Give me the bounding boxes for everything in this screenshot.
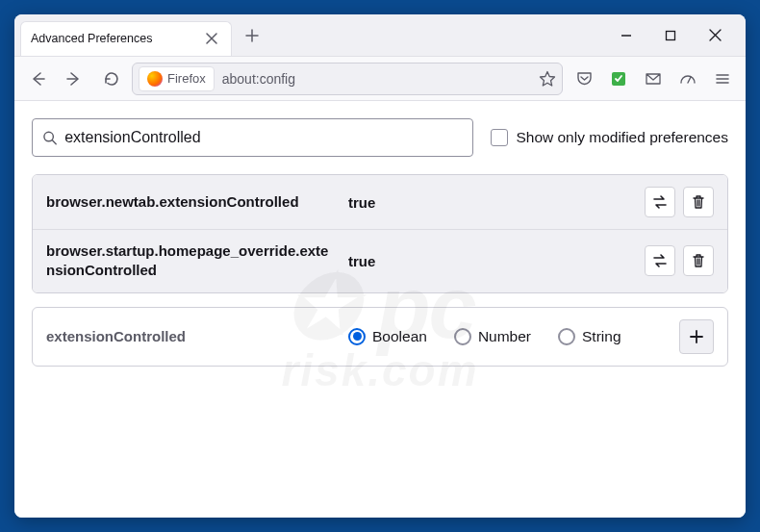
star-icon	[539, 70, 556, 88]
nav-toolbar: Firefox about:config	[14, 57, 746, 101]
app-menu-button[interactable]	[711, 67, 734, 90]
radio-label: String	[582, 328, 621, 345]
search-icon	[42, 130, 57, 145]
toggle-icon	[651, 193, 669, 211]
plus-icon	[245, 29, 259, 42]
bookmark-star-button[interactable]	[539, 70, 556, 88]
delete-button[interactable]	[683, 187, 714, 217]
hamburger-icon	[715, 71, 730, 87]
window-maximize-button[interactable]	[657, 22, 684, 49]
url-text: about:config	[222, 71, 531, 87]
plus-icon	[689, 329, 704, 344]
pocket-icon	[576, 70, 593, 87]
firefox-icon	[147, 71, 163, 87]
search-row: Show only modified preferences	[32, 118, 728, 157]
show-modified-toggle[interactable]: Show only modified preferences	[491, 129, 728, 146]
radio-icon	[558, 328, 575, 345]
radio-selected-icon	[348, 328, 366, 345]
preferences-list: browser.newtab.extensionControlled true …	[32, 174, 728, 293]
search-input[interactable]	[64, 129, 463, 146]
add-button[interactable]	[679, 319, 714, 354]
pref-row: browser.startup.homepage_override.extens…	[33, 230, 727, 292]
close-icon	[206, 33, 217, 44]
account-button[interactable]	[642, 67, 665, 90]
toggle-icon	[651, 252, 669, 269]
mail-icon	[645, 70, 662, 88]
type-radio-group: Boolean Number String	[348, 328, 666, 345]
minimize-icon	[621, 30, 632, 41]
reload-icon	[103, 70, 119, 87]
pref-actions	[645, 245, 714, 276]
radio-label: Number	[478, 328, 531, 345]
reload-button[interactable]	[95, 63, 126, 94]
close-icon	[709, 29, 722, 41]
window-minimize-button[interactable]	[613, 22, 640, 49]
show-modified-label: Show only modified preferences	[516, 129, 728, 146]
radio-icon	[454, 328, 471, 345]
arrow-right-icon	[65, 70, 83, 88]
checkbox-icon	[491, 129, 508, 146]
new-tab-button[interactable]	[238, 21, 266, 50]
profiler-button[interactable]	[676, 67, 699, 90]
radio-label: Boolean	[372, 328, 427, 345]
tab-close-button[interactable]	[202, 29, 221, 48]
toggle-button[interactable]	[645, 187, 675, 217]
toolbar-actions	[569, 67, 738, 90]
toggle-button[interactable]	[645, 245, 675, 276]
pref-value: true	[348, 253, 631, 269]
window-controls	[613, 22, 746, 49]
arrow-left-icon	[29, 70, 46, 88]
back-button[interactable]	[22, 63, 53, 94]
gauge-icon	[679, 70, 697, 88]
svg-rect-0	[667, 31, 675, 39]
radio-boolean[interactable]: Boolean	[348, 328, 427, 345]
delete-button[interactable]	[683, 245, 714, 276]
pref-name: browser.newtab.extensionControlled	[46, 192, 335, 212]
identity-label: Firefox	[167, 71, 206, 86]
titlebar: Advanced Preferences	[14, 14, 746, 57]
extension-button[interactable]	[607, 67, 630, 90]
add-pref-row: extensionControlled Boolean Number Strin…	[32, 307, 728, 367]
browser-window: Advanced Preferences	[14, 14, 746, 518]
pref-name: browser.startup.homepage_override.extens…	[46, 241, 335, 281]
identity-box[interactable]: Firefox	[139, 66, 215, 91]
pocket-button[interactable]	[572, 67, 595, 90]
active-tab[interactable]: Advanced Preferences	[20, 21, 232, 56]
tab-title: Advanced Preferences	[31, 32, 202, 45]
forward-button[interactable]	[59, 63, 89, 94]
radio-string[interactable]: String	[558, 328, 621, 345]
trash-icon	[691, 253, 706, 268]
pref-actions	[645, 187, 714, 217]
content-area: ✪ pcrisk.com Show only modified preferen…	[14, 101, 746, 518]
url-bar[interactable]: Firefox about:config	[132, 63, 563, 95]
extension-icon	[611, 71, 626, 87]
window-close-button[interactable]	[701, 22, 728, 49]
trash-icon	[691, 194, 706, 210]
pref-value: true	[348, 194, 631, 211]
pref-row: browser.newtab.extensionControlled true	[33, 175, 727, 230]
radio-number[interactable]: Number	[454, 328, 531, 345]
search-box[interactable]	[32, 118, 473, 157]
maximize-icon	[665, 30, 676, 41]
add-pref-name: extensionControlled	[46, 328, 335, 344]
